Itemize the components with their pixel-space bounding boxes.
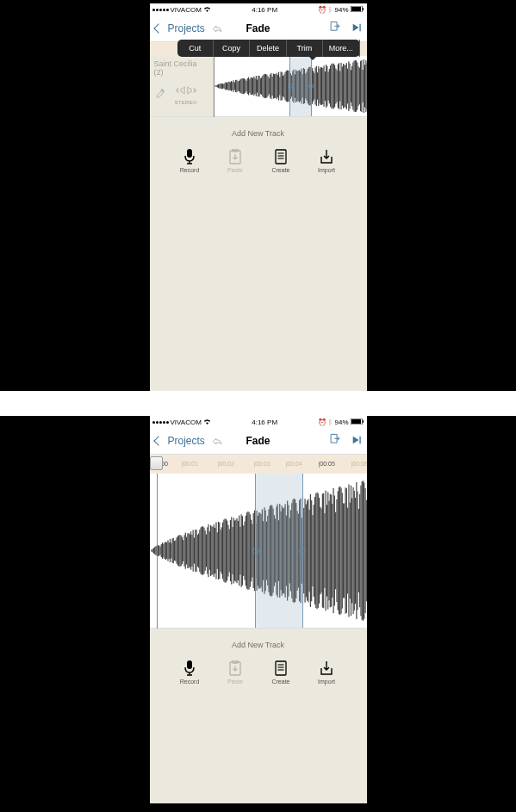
svg-rect-351 bbox=[343, 504, 344, 598]
export-button[interactable] bbox=[329, 433, 341, 449]
action-record[interactable]: Record bbox=[177, 661, 202, 685]
svg-rect-212 bbox=[190, 531, 191, 570]
svg-rect-130 bbox=[349, 64, 350, 109]
action-create[interactable]: Create bbox=[268, 661, 294, 685]
svg-rect-99 bbox=[315, 66, 316, 107]
back-button[interactable]: Projects bbox=[168, 22, 205, 34]
svg-rect-362 bbox=[355, 498, 356, 604]
selection-region[interactable] bbox=[289, 56, 312, 116]
selection-handle-right[interactable] bbox=[299, 548, 306, 555]
svg-rect-16 bbox=[227, 83, 227, 90]
svg-rect-56 bbox=[270, 75, 270, 98]
svg-rect-167 bbox=[276, 150, 286, 164]
action-create[interactable]: Create bbox=[268, 150, 294, 173]
svg-rect-266 bbox=[249, 514, 250, 586]
wrench-icon[interactable] bbox=[154, 87, 166, 102]
svg-rect-359 bbox=[351, 499, 352, 604]
svg-rect-145 bbox=[365, 60, 366, 112]
svg-rect-58 bbox=[271, 77, 272, 96]
ctx-delete[interactable]: Delete bbox=[250, 40, 286, 57]
svg-rect-188 bbox=[164, 542, 165, 559]
svg-rect-216 bbox=[195, 530, 196, 572]
svg-rect-172 bbox=[351, 418, 361, 423]
speaker-icon[interactable] bbox=[176, 84, 196, 99]
svg-rect-71 bbox=[285, 71, 286, 102]
undo-button[interactable] bbox=[211, 436, 223, 446]
action-import[interactable]: Import bbox=[314, 661, 339, 685]
svg-rect-213 bbox=[191, 535, 192, 567]
ctx-more[interactable]: More... bbox=[323, 40, 359, 57]
svg-rect-11 bbox=[221, 84, 221, 89]
svg-rect-21 bbox=[232, 82, 233, 90]
battery-percent: 94% bbox=[334, 6, 348, 14]
svg-rect-112 bbox=[330, 65, 331, 107]
svg-rect-326 bbox=[315, 493, 316, 608]
time-tick: |00:04 bbox=[286, 461, 302, 467]
wifi-icon bbox=[203, 6, 211, 14]
play-button[interactable] bbox=[351, 21, 362, 36]
svg-rect-146 bbox=[366, 63, 367, 109]
action-import[interactable]: Import bbox=[314, 150, 339, 173]
time-tick: |00:02 bbox=[218, 461, 234, 467]
svg-rect-70 bbox=[284, 72, 285, 101]
svg-rect-190 bbox=[166, 542, 167, 559]
svg-rect-198 bbox=[175, 540, 176, 561]
action-record[interactable]: Record bbox=[177, 150, 202, 173]
svg-rect-101 bbox=[318, 66, 319, 106]
back-chevron-icon[interactable] bbox=[153, 436, 163, 445]
svg-rect-104 bbox=[321, 67, 322, 105]
svg-rect-228 bbox=[208, 524, 208, 577]
play-button[interactable] bbox=[351, 433, 362, 449]
svg-rect-6 bbox=[215, 85, 216, 87]
svg-rect-69 bbox=[283, 75, 284, 98]
svg-rect-206 bbox=[183, 535, 184, 566]
selection-handle-left[interactable] bbox=[252, 548, 259, 555]
mic-icon bbox=[183, 150, 196, 164]
waveform-area-large[interactable] bbox=[150, 474, 367, 629]
svg-rect-328 bbox=[317, 493, 318, 608]
nav-bar: Projects Fade bbox=[150, 428, 367, 455]
track-row: Saint Cecilia (2) STEREO bbox=[150, 56, 367, 117]
svg-rect-41 bbox=[253, 77, 254, 96]
svg-rect-196 bbox=[172, 538, 173, 563]
svg-rect-20 bbox=[231, 81, 232, 91]
svg-rect-116 bbox=[334, 65, 335, 108]
back-button[interactable]: Projects bbox=[168, 435, 205, 447]
svg-rect-62 bbox=[276, 73, 277, 99]
ctx-cut[interactable]: Cut bbox=[177, 40, 214, 57]
playhead-line bbox=[214, 56, 214, 117]
svg-rect-107 bbox=[324, 71, 325, 101]
svg-rect-110 bbox=[327, 71, 328, 101]
status-time: 4:16 PM bbox=[252, 6, 277, 14]
svg-rect-136 bbox=[356, 60, 357, 111]
svg-rect-27 bbox=[238, 81, 239, 91]
export-button[interactable] bbox=[329, 21, 341, 36]
selection-region[interactable] bbox=[255, 474, 303, 628]
svg-rect-366 bbox=[359, 494, 360, 608]
selection-handle-right[interactable] bbox=[308, 84, 314, 89]
playhead-handle[interactable] bbox=[150, 456, 163, 470]
timeline-ruler[interactable]: |00:00 |00:01 |00:02 |00:03 |00:04 |00:0… bbox=[150, 455, 367, 474]
ctx-trim[interactable]: Trim bbox=[287, 40, 323, 57]
svg-rect-318 bbox=[307, 500, 308, 600]
svg-rect-126 bbox=[345, 65, 345, 108]
svg-rect-258 bbox=[240, 514, 241, 586]
svg-rect-1 bbox=[351, 6, 361, 10]
svg-rect-138 bbox=[357, 66, 358, 106]
back-chevron-icon[interactable] bbox=[153, 23, 163, 33]
svg-rect-241 bbox=[222, 523, 223, 580]
action-label: Import bbox=[318, 167, 335, 173]
undo-button[interactable] bbox=[211, 23, 223, 34]
svg-rect-227 bbox=[207, 527, 208, 573]
svg-rect-66 bbox=[280, 71, 281, 100]
svg-rect-34 bbox=[246, 81, 246, 91]
svg-rect-264 bbox=[247, 511, 248, 590]
waveform-area[interactable] bbox=[214, 56, 367, 116]
svg-rect-267 bbox=[251, 520, 252, 582]
selection-handle-left[interactable] bbox=[288, 84, 293, 89]
ctx-copy[interactable]: Copy bbox=[214, 40, 250, 57]
svg-rect-178 bbox=[152, 548, 153, 553]
svg-rect-29 bbox=[240, 79, 241, 94]
svg-rect-210 bbox=[188, 533, 189, 568]
svg-rect-319 bbox=[308, 499, 308, 603]
